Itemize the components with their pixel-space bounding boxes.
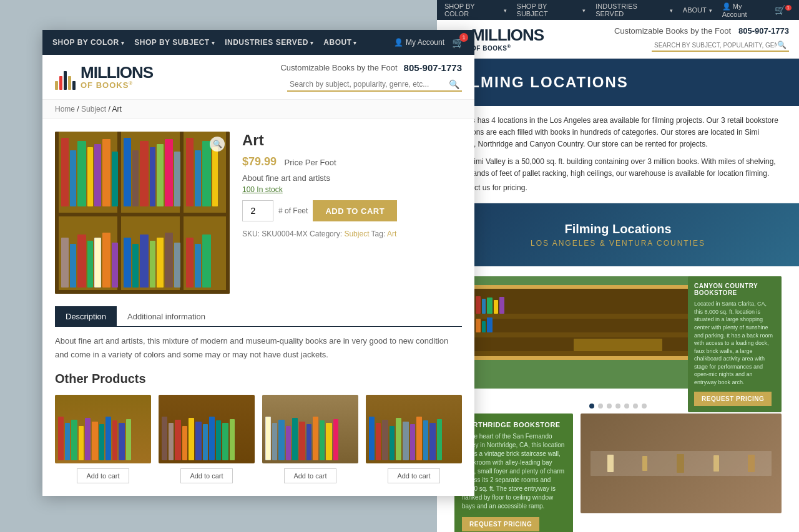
front-header: MILLIONS OF BOOKS® Customizable Books by…	[42, 55, 474, 100]
dot[interactable]	[642, 404, 647, 409]
price-row: $79.99 Price Per Foot	[242, 155, 462, 168]
bar-icon	[55, 81, 58, 90]
account-icon: 👤	[394, 38, 403, 47]
northridge-image	[581, 414, 782, 513]
logo-text: MILLIONS OF BOOKS®	[81, 64, 153, 90]
back-cart-icon[interactable]: 🛒1	[775, 5, 792, 15]
bar-icon	[68, 76, 71, 90]
chevron-icon	[121, 38, 125, 47]
chevron-icon	[670, 6, 673, 14]
search-form[interactable]: 🔍	[287, 78, 462, 92]
bar-icon	[64, 71, 67, 90]
filming-banner: Filming Locations LOS ANGELES & VENTURA …	[437, 203, 799, 266]
front-window: SHOP BY COLOR SHOP BY SUBJECT INDUSTRIES…	[42, 30, 474, 496]
front-nav-shop-subject[interactable]: SHOP BY SUBJECT	[134, 38, 215, 47]
canyon-desc: Located in Santa Clarita, CA, this 6,000…	[694, 300, 775, 387]
back-nav-shop-color[interactable]: SHOP BY COLOR	[444, 2, 507, 17]
back-intro-p2: Our Simi Valley is a 50,000 sq. ft. buil…	[454, 156, 782, 180]
dot[interactable]	[598, 404, 603, 409]
back-nav-industries[interactable]: INDUSTRIES SERVED	[596, 2, 673, 17]
chevron-icon	[709, 6, 712, 14]
northridge-section: NORTHRIDGE BOOKSTORE In the heart of the…	[454, 414, 782, 532]
back-phone: 805-907-1773	[738, 26, 789, 36]
category-link[interactable]: Subject	[344, 230, 369, 238]
add-to-cart-row: # of Feet ADD TO CART	[242, 200, 462, 221]
sku-label: SKU: SKU0004-MX	[242, 230, 308, 238]
product-area: 🔍 Art $79.99 Price Per Foot About fine a…	[42, 119, 474, 306]
feet-label: # of Feet	[278, 206, 308, 215]
product-card: Add to cart	[159, 395, 255, 483]
chevron-icon	[504, 6, 507, 14]
back-search-form[interactable]: 🔍	[652, 39, 789, 52]
back-nav-shop-subject[interactable]: SHOP BY SUBJECT	[517, 2, 586, 17]
my-account-link[interactable]: 👤 My Account	[394, 38, 444, 47]
back-search-icon[interactable]: 🔍	[777, 41, 787, 49]
thumb-bg	[55, 395, 151, 463]
canyon-card-info: CANYON COUNTRY BOOKSTORE Located in Sant…	[688, 276, 782, 412]
logo-bars	[55, 65, 76, 90]
back-page-title: FILMING LOCATIONS	[454, 74, 782, 91]
dot[interactable]	[624, 404, 629, 409]
price-label: Price Per Foot	[285, 158, 336, 167]
add-to-cart-small-2[interactable]: Add to cart	[180, 468, 232, 483]
northridge-request-btn[interactable]: REQUEST PRICING	[462, 517, 539, 531]
add-to-cart-button[interactable]: ADD TO CART	[313, 200, 397, 221]
tab-description[interactable]: Description	[55, 306, 117, 326]
back-intro-p1: Books has 4 locations in the Los Angeles…	[454, 115, 782, 151]
tab-additional-info[interactable]: Additional information	[117, 306, 216, 326]
chevron-icon	[310, 38, 314, 47]
add-to-cart-small-4[interactable]: Add to cart	[388, 468, 439, 483]
header-right: Customizable Books by the Foot 805-907-1…	[280, 62, 462, 92]
thumb-bg	[262, 395, 358, 463]
back-search-input[interactable]	[654, 42, 777, 49]
dot[interactable]	[607, 404, 612, 409]
thumb-bg	[366, 395, 462, 463]
back-account[interactable]: 👤 My Account	[722, 2, 768, 18]
product-thumb	[55, 395, 151, 463]
chevron-icon	[212, 38, 215, 47]
front-nav-industries[interactable]: INDUSTRIES SERVED	[225, 38, 313, 47]
dot[interactable]	[589, 404, 594, 409]
add-to-cart-small-1[interactable]: Add to cart	[77, 468, 129, 483]
product-card: Add to cart	[262, 395, 358, 483]
tag-link[interactable]: Art	[387, 230, 396, 238]
product-price: $79.99	[242, 155, 277, 168]
back-intro-p3: Contact us for pricing.	[454, 182, 782, 194]
search-button[interactable]: 🔍	[449, 79, 459, 89]
canyon-request-btn[interactable]: REQUEST PRICING	[694, 392, 772, 406]
back-logo-millions: MILLIONS	[471, 26, 544, 44]
cart-badge: 1	[459, 33, 468, 42]
dot[interactable]	[633, 404, 638, 409]
thumb-bg	[159, 395, 255, 463]
add-to-cart-small-3[interactable]: Add to cart	[284, 468, 336, 483]
cart-icon-wrapper[interactable]: 🛒 1	[452, 37, 464, 49]
back-content-header: FILMING LOCATIONS	[437, 59, 799, 106]
zoom-icon[interactable]: 🔍	[210, 137, 225, 152]
product-image: 🔍	[55, 132, 230, 294]
front-nav: SHOP BY COLOR SHOP BY SUBJECT INDUSTRIES…	[42, 30, 474, 55]
front-nav-left: SHOP BY COLOR SHOP BY SUBJECT INDUSTRIES…	[52, 38, 357, 47]
product-card: Add to cart	[55, 395, 151, 483]
breadcrumb-home[interactable]: Home	[55, 105, 75, 114]
dot[interactable]	[615, 404, 620, 409]
northridge-title: NORTHRIDGE BOOKSTORE	[462, 421, 566, 428]
northridge-row: NORTHRIDGE BOOKSTORE In the heart of the…	[454, 414, 782, 532]
other-products: Other Products	[42, 372, 474, 496]
front-nav-right: 👤 My Account 🛒 1	[394, 37, 464, 49]
back-nav-about[interactable]: ABOUT	[683, 2, 712, 17]
front-nav-shop-color[interactable]: SHOP BY COLOR	[52, 38, 124, 47]
canyon-title: CANYON COUNTRY BOOKSTORE	[694, 283, 775, 296]
back-header: MILLIONS OF BOOKS® Customizable Books by…	[437, 20, 799, 59]
back-intro-text: Books has 4 locations in the Los Angeles…	[437, 106, 799, 203]
product-title: Art	[242, 132, 462, 149]
logo: MILLIONS OF BOOKS®	[55, 64, 153, 90]
search-input[interactable]	[290, 80, 449, 89]
breadcrumb-subject[interactable]: Subject	[81, 105, 106, 114]
bar-icon	[72, 81, 76, 90]
back-logo-of: OF BOOKS®	[471, 44, 544, 52]
canyon-country-section: CANYON COUNTRY BOOKSTORE Located in Sant…	[454, 276, 782, 389]
tab-content: About fine art and artists, this mixture…	[55, 334, 462, 372]
filming-banner-title: Filming Locations	[456, 222, 780, 236]
front-nav-about[interactable]: ABOUT	[323, 38, 357, 47]
quantity-input[interactable]	[242, 200, 273, 221]
